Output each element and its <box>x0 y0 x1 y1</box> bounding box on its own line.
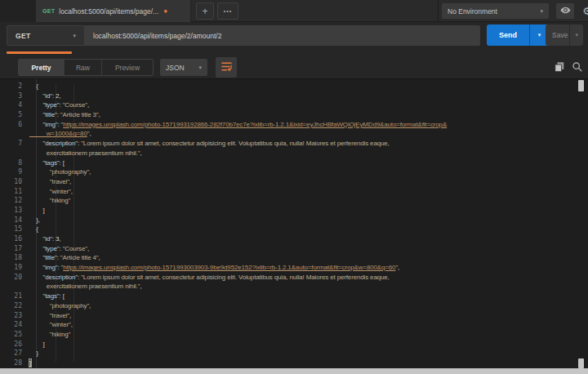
code-line: w=1000&q=80", <box>0 129 577 139</box>
search-icon <box>572 61 583 75</box>
gear-icon: ⚙ <box>582 5 588 17</box>
chevron-down-icon: ▾ <box>538 32 541 38</box>
copy-response-button[interactable] <box>554 61 566 73</box>
code-line: 7 "description": "Lorem ipsum dolor sit … <box>0 139 577 149</box>
code-line: 17 "type": "Course", <box>0 244 577 254</box>
line-number: 9 <box>0 167 29 177</box>
line-number <box>0 282 29 292</box>
tab-preview[interactable]: Preview <box>102 60 153 75</box>
environment-quick-look-button[interactable] <box>556 3 574 19</box>
code-line: 3 "id": 2, <box>0 91 577 101</box>
header-divider <box>438 0 439 22</box>
request-tab[interactable]: GET localhost:5000/api/items/page/... ● <box>36 0 191 22</box>
line-number: 11 <box>0 187 29 197</box>
line-number: 24 <box>0 320 29 330</box>
wrap-lines-button[interactable] <box>216 57 237 78</box>
code-line: 15 { <box>0 225 577 234</box>
method-dropdown[interactable]: GET ▾ <box>7 25 85 46</box>
tab-title: localhost:5000/api/items/page/... <box>59 7 158 16</box>
chevron-down-icon: ▾ <box>198 65 202 71</box>
code-line: 24 "winter", <box>0 320 577 330</box>
chevron-down-icon: ▾ <box>570 32 583 38</box>
code-line: 5 "title": "Article title 3", <box>0 110 577 120</box>
code-line: 12 "hiking" <box>0 196 577 206</box>
method-label: GET <box>16 32 73 40</box>
body-tab-active-indicator <box>7 51 72 54</box>
environment-selector[interactable]: No Environment ▾ <box>442 3 549 19</box>
line-number: 16 <box>0 234 29 244</box>
code-line: 6 "img": "https://images.unsplash.com/ph… <box>0 120 577 130</box>
code-line: 11 "winter", <box>0 187 577 197</box>
format-dropdown[interactable]: JSON ▾ <box>160 59 207 76</box>
url-link[interactable]: https://images.unsplash.com/photo-157199… <box>63 264 395 271</box>
line-number <box>0 129 29 139</box>
line-number: 28 <box>0 358 29 368</box>
response-toolbar: Pretty Raw Preview JSON ▾ <box>0 50 588 78</box>
new-tab-button[interactable]: + <box>196 2 214 20</box>
vertical-scrollbar-thumb[interactable] <box>578 80 584 91</box>
postman-window: GET localhost:5000/api/items/page/... ● … <box>0 0 588 374</box>
tab-method-label: GET <box>42 8 55 14</box>
line-number: 14 <box>0 216 29 225</box>
code-line: 13 ] <box>0 206 577 216</box>
response-body: 2 {3 "id": 2,4 "type": "Course",5 "title… <box>0 78 588 368</box>
code-line: 10 "travel", <box>0 177 577 187</box>
settings-button[interactable]: ⚙ <box>577 3 588 19</box>
chevron-down-icon: ▾ <box>73 33 76 39</box>
save-label: Save <box>546 31 569 39</box>
code-line: 28] <box>0 358 577 368</box>
line-number: 5 <box>0 110 29 120</box>
code-line: 4 "type": "Course", <box>0 100 577 110</box>
vertical-scrollbar-bottom[interactable] <box>578 358 584 368</box>
line-number: 4 <box>0 100 29 110</box>
code-line: 23 "travel", <box>0 311 577 321</box>
line-number: 13 <box>0 206 29 216</box>
line-number: 19 <box>0 263 29 273</box>
line-number: 17 <box>0 244 29 254</box>
tab-options-button[interactable]: ••• <box>217 2 238 20</box>
line-number: 15 <box>0 225 29 234</box>
line-number: 20 <box>0 273 29 283</box>
line-number: 3 <box>0 91 29 101</box>
url-link[interactable]: https://images.unsplash.com/photo-157199… <box>63 121 447 128</box>
code-line: 14 }, <box>0 216 577 225</box>
line-number: 22 <box>0 301 29 311</box>
line-number: 7 <box>0 139 29 149</box>
url-link[interactable]: w=1000&q=80 <box>29 130 87 137</box>
save-button[interactable]: Save ▾ <box>546 24 583 46</box>
wrap-lines-icon <box>220 60 233 75</box>
horizontal-scrollbar[interactable] <box>0 368 588 374</box>
code-line: 16 "id": 3, <box>0 234 577 244</box>
line-number: 25 <box>0 330 29 340</box>
send-button[interactable]: Send <box>487 24 529 46</box>
tab-raw[interactable]: Raw <box>65 60 102 75</box>
code-line: 27 } <box>0 349 577 358</box>
search-response-button[interactable] <box>572 61 584 73</box>
tab-bar-corner <box>0 0 36 22</box>
line-number: 23 <box>0 311 29 321</box>
response-view-tabs: Pretty Raw Preview <box>18 59 154 76</box>
code-line: 19 "img": "https://images.unsplash.com/p… <box>0 263 577 273</box>
copy-icon <box>554 61 565 75</box>
code-line: 25 "hiking" <box>0 330 577 340</box>
line-number: 8 <box>0 158 29 168</box>
format-label: JSON <box>166 64 198 72</box>
code-line: 18 "title": "Article title 4", <box>0 253 577 263</box>
chevron-down-icon: ▾ <box>540 8 543 15</box>
tab-pretty[interactable]: Pretty <box>19 60 65 75</box>
header-bar: GET localhost:5000/api/items/page/... ● … <box>0 0 588 22</box>
line-number <box>0 149 29 158</box>
line-number: 21 <box>0 292 29 301</box>
line-number: 2 <box>0 82 29 91</box>
code-line: 8 "tags": [ <box>0 158 577 168</box>
url-input[interactable]: localhost:5000/api/items/page/2/amount/2 <box>85 25 480 46</box>
code-line: 9 "photography", <box>0 167 577 177</box>
line-number: 6 <box>0 120 29 130</box>
code-line: 26 ] <box>0 340 577 350</box>
line-number: 26 <box>0 340 29 350</box>
line-number: 27 <box>0 349 29 358</box>
code-line: 2 { <box>0 82 577 91</box>
line-number: 18 <box>0 253 29 263</box>
code-line: 22 "photography", <box>0 301 577 311</box>
code-line: exercitationem praesentium nihil.", <box>0 282 577 292</box>
